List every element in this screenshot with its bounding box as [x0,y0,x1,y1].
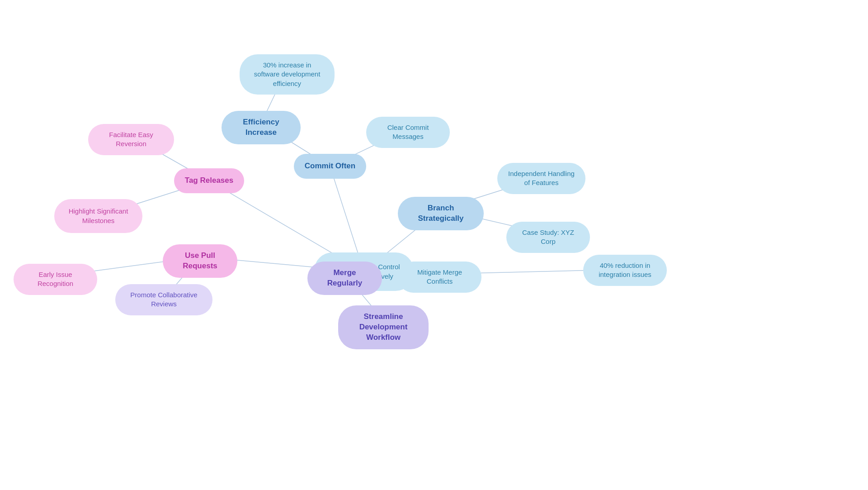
node-use_pull_requests: Use Pull Requests [163,244,237,278]
node-efficiency_increase: Efficiency Increase [222,111,301,144]
node-case_study: Case Study: XYZ Corp [506,222,590,253]
node-mitigate_conflicts: Mitigate Merge Conflicts [398,262,481,293]
node-streamline: Streamline Development Workflow [338,305,429,349]
node-merge_regularly: Merge Regularly [307,262,382,295]
node-reduction_stat: 40% reduction in integration issues [583,255,667,286]
mindmap-canvas: Utilizing Version Control Systems Effect… [0,0,868,490]
node-branch_strategically: Branch Strategically [398,197,484,230]
node-early_issue: Early Issue Recognition [14,264,97,295]
node-highlight_milestones: Highlight Significant Milestones [54,199,142,233]
node-facilitate_reversion: Facilitate Easy Reversion [88,124,174,155]
node-commit_often: Commit Often [294,154,366,179]
connections-svg [0,0,868,490]
node-promote_reviews: Promote Collaborative Reviews [115,284,212,315]
node-independent_handling: Independent Handling of Features [497,163,585,194]
node-efficiency_stat: 30% increase in software development eff… [240,54,335,95]
node-clear_commit: Clear Commit Messages [366,117,450,148]
node-tag_releases: Tag Releases [174,168,244,193]
